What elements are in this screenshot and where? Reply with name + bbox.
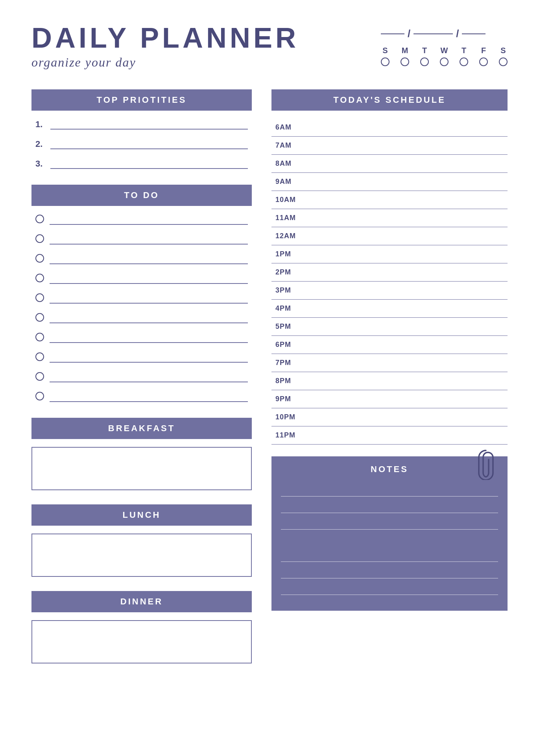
time-11pm: 11PM	[275, 431, 303, 439]
priority-line-1[interactable]	[50, 119, 248, 130]
note-line-1[interactable]	[281, 482, 498, 497]
breakfast-section: BREAKFAST	[31, 418, 252, 490]
priority-num-2: 2.	[35, 139, 46, 149]
todo-circle-10[interactable]	[35, 392, 44, 400]
time-11am: 11AM	[275, 214, 303, 222]
lunch-box[interactable]	[31, 534, 252, 577]
lunch-header: LUNCH	[31, 504, 252, 526]
schedule-4pm: 4PM	[271, 300, 508, 318]
day-circle-t2[interactable]	[460, 57, 468, 66]
dinner-box[interactable]	[31, 620, 252, 663]
day-label-s2: S	[500, 46, 506, 55]
right-col: TODAY'S SCHEDULE 6AM 7AM 8AM 9AM 10AM 11…	[271, 89, 508, 678]
breakfast-header: BREAKFAST	[31, 418, 252, 439]
todo-line-7[interactable]	[50, 332, 248, 343]
page: DAILY PLANNER organize your day / / S M	[0, 0, 539, 756]
priority-line-3[interactable]	[50, 158, 248, 169]
header-left: DAILY PLANNER organize your day	[31, 24, 299, 70]
schedule-header: TODAY'S SCHEDULE	[271, 89, 508, 111]
todo-circle-7[interactable]	[35, 333, 44, 341]
todo-item-3	[31, 253, 252, 264]
date-day[interactable]	[413, 33, 453, 34]
note-line-2[interactable]	[281, 499, 498, 513]
slash1: /	[408, 28, 410, 40]
todo-item-7	[31, 332, 252, 343]
todo-line-4[interactable]	[50, 273, 248, 284]
subtitle: organize your day	[31, 55, 299, 70]
day-label-t2: T	[461, 46, 466, 55]
time-5pm: 5PM	[275, 322, 303, 331]
priority-item-3: 3.	[31, 158, 252, 169]
todo-circle-8[interactable]	[35, 352, 44, 361]
schedule-11am: 11AM	[271, 209, 508, 227]
date-line: / /	[381, 28, 508, 40]
todo-line-3[interactable]	[50, 253, 248, 264]
todo-circle-1[interactable]	[35, 215, 44, 223]
todo-header: TO DO	[31, 185, 252, 206]
todo-line-10[interactable]	[50, 391, 248, 402]
day-label-s1: S	[382, 46, 388, 55]
note-line-6[interactable]	[281, 581, 498, 595]
todo-line-6[interactable]	[50, 312, 248, 323]
header: DAILY PLANNER organize your day / / S M	[31, 24, 508, 70]
time-10am: 10AM	[275, 196, 303, 204]
time-7am: 7AM	[275, 141, 303, 150]
day-circle-s1[interactable]	[381, 57, 389, 66]
schedule-11pm: 11PM	[271, 426, 508, 445]
todo-line-9[interactable]	[50, 371, 248, 382]
day-label-f: F	[481, 46, 486, 55]
todo-circle-9[interactable]	[35, 372, 44, 381]
breakfast-box[interactable]	[31, 447, 252, 490]
priority-num-3: 3.	[35, 159, 46, 169]
todo-line-2[interactable]	[50, 233, 248, 245]
schedule-5pm: 5PM	[271, 318, 508, 336]
schedule-7am: 7AM	[271, 137, 508, 155]
priority-num-1: 1.	[35, 119, 46, 130]
schedule-9am: 9AM	[271, 173, 508, 191]
todo-line-8[interactable]	[50, 352, 248, 363]
todo-circle-6[interactable]	[35, 313, 44, 322]
note-line-4[interactable]	[281, 548, 498, 562]
day-circle-m[interactable]	[401, 57, 409, 66]
note-line-3[interactable]	[281, 515, 498, 530]
note-line-5[interactable]	[281, 564, 498, 578]
left-col: TOP PRIOTITIES 1. 2. 3. TO DO	[31, 89, 252, 678]
day-sunday: S	[381, 46, 389, 66]
day-friday: F	[479, 46, 488, 66]
priority-item-2: 2.	[31, 138, 252, 149]
paperclip-icon	[476, 448, 496, 480]
date-month[interactable]	[381, 33, 404, 34]
todo-circle-5[interactable]	[35, 293, 44, 302]
time-4pm: 4PM	[275, 304, 303, 313]
todo-circle-4[interactable]	[35, 274, 44, 282]
time-7pm: 7PM	[275, 359, 303, 367]
schedule-8am: 8AM	[271, 155, 508, 173]
day-circle-t1[interactable]	[420, 57, 429, 66]
schedule-10pm: 10PM	[271, 408, 508, 426]
todo-item-4	[31, 273, 252, 284]
time-9am: 9AM	[275, 178, 303, 186]
date-year[interactable]	[462, 33, 485, 34]
todo-line-5[interactable]	[50, 293, 248, 304]
two-col: TOP PRIOTITIES 1. 2. 3. TO DO	[31, 89, 508, 678]
day-circle-w[interactable]	[440, 57, 449, 66]
time-6pm: 6PM	[275, 341, 303, 349]
todo-line-1[interactable]	[50, 214, 248, 225]
day-row: S M T W T	[381, 46, 508, 66]
todo-circle-2[interactable]	[35, 234, 44, 243]
todo-item-2	[31, 233, 252, 245]
todo-circle-3[interactable]	[35, 254, 44, 263]
header-right: / / S M T W	[381, 24, 508, 66]
notes-header: NOTES	[281, 464, 498, 474]
time-2pm: 2PM	[275, 268, 303, 276]
schedule-6pm: 6PM	[271, 336, 508, 354]
schedule-12am: 12AM	[271, 227, 508, 245]
schedule-2pm: 2PM	[271, 263, 508, 282]
dinner-header: DINNER	[31, 591, 252, 612]
slash2: /	[456, 28, 459, 40]
time-8pm: 8PM	[275, 377, 303, 385]
time-6am: 6AM	[275, 123, 303, 132]
day-circle-f[interactable]	[479, 57, 488, 66]
priority-line-2[interactable]	[50, 138, 248, 149]
day-circle-s2[interactable]	[499, 57, 508, 66]
